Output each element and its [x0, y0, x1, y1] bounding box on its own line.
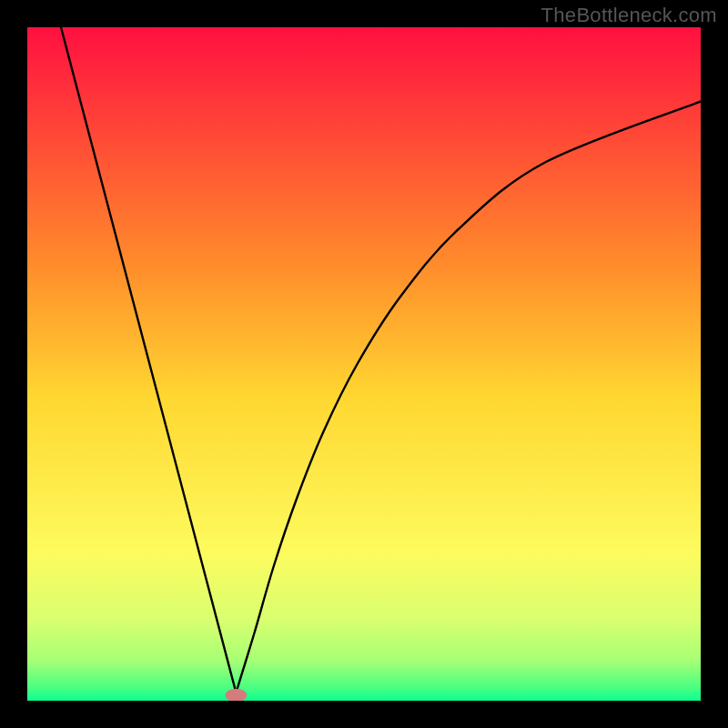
plot-area: [27, 27, 701, 701]
chart-svg: [27, 27, 701, 701]
watermark-text: TheBottleneck.com: [541, 4, 717, 27]
gradient-background: [27, 27, 701, 701]
chart-frame: TheBottleneck.com: [0, 0, 728, 728]
